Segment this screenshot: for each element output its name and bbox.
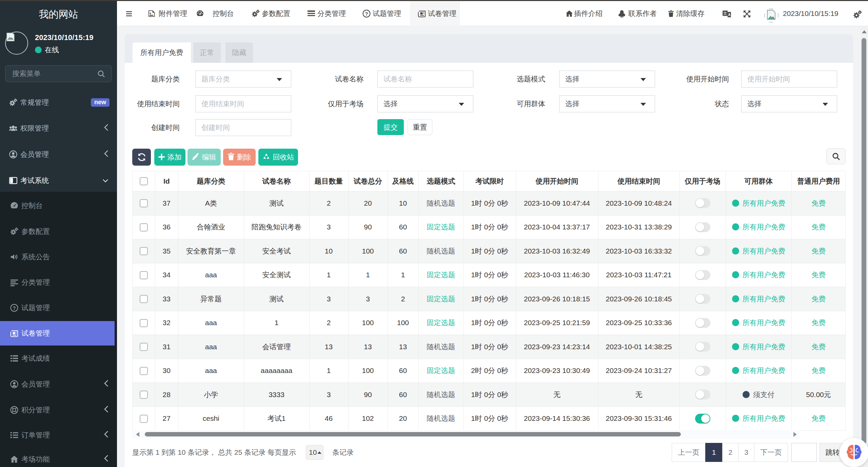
svg-text:A: A <box>728 13 730 17</box>
svg-text:?: ? <box>13 305 16 311</box>
svg-text:文: 文 <box>723 11 727 15</box>
svg-text:?: ? <box>365 11 368 17</box>
